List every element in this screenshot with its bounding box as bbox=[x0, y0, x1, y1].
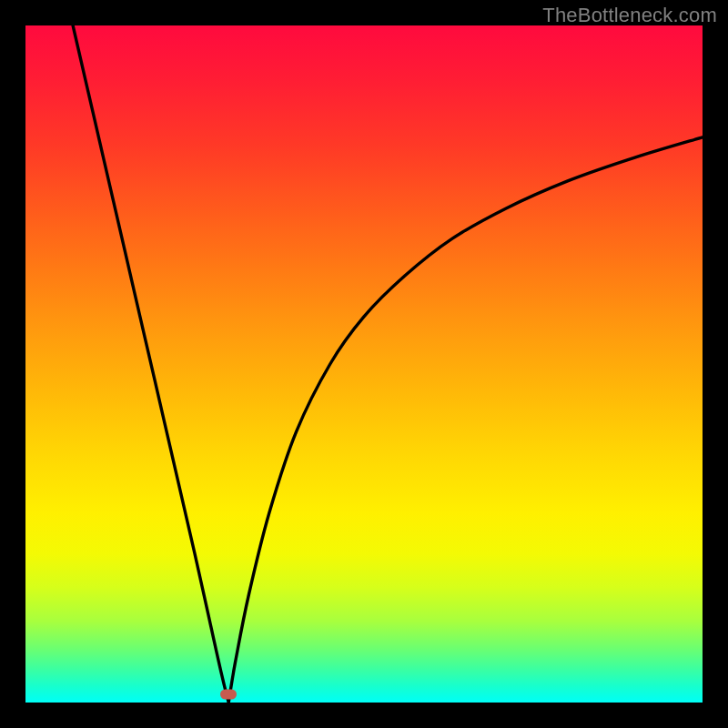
bottleneck-curve bbox=[25, 25, 703, 703]
curve-path bbox=[73, 25, 703, 703]
watermark-text: TheBottleneck.com bbox=[542, 4, 717, 27]
plot-area bbox=[25, 25, 703, 703]
chart-frame: TheBottleneck.com bbox=[0, 0, 728, 728]
